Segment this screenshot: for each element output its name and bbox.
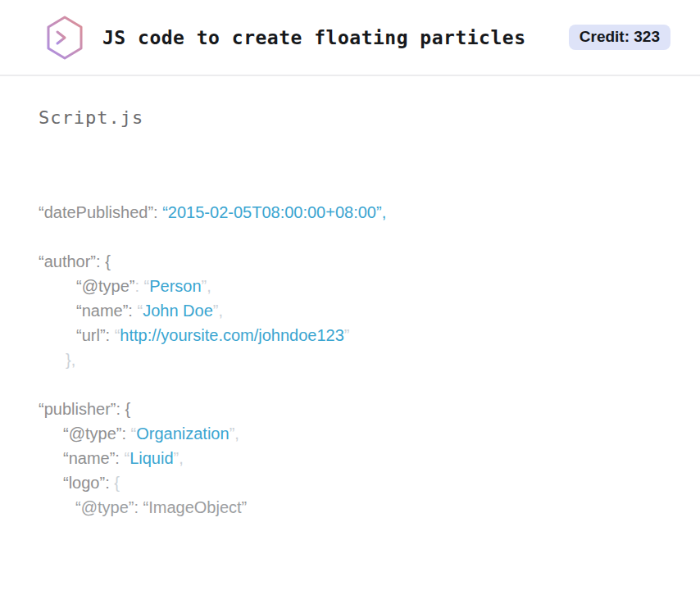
code-segment: “author”: { [39, 252, 111, 270]
code-segment: “name”: [76, 302, 137, 320]
code-segment: “2015-02-05T08:00:00+08:00”, [162, 203, 386, 221]
code-segment: { [114, 474, 120, 492]
code-segment: Liquid [130, 449, 173, 467]
code-segment: “logo”: [63, 474, 114, 492]
code-line: “datePublished”: “2015-02-05T08:00:00+08… [39, 200, 661, 225]
code-line: “publisher”: { [39, 397, 661, 421]
code-segment: “name”: [63, 449, 124, 467]
code-blank-line [39, 225, 661, 249]
code-segment: }, [66, 351, 75, 369]
code-output: “datePublished”: “2015-02-05T08:00:00+08… [39, 151, 661, 569]
code-line: “@type”: “ImageObject” [39, 495, 661, 520]
code-segment: Organization [136, 425, 229, 443]
terminal-prompt-hexagon-icon [45, 15, 84, 61]
code-line: }, [39, 347, 661, 372]
code-segment: Person [149, 277, 201, 295]
code-segment: “@type”: [63, 425, 131, 443]
code-segment: “url”: [76, 326, 115, 344]
code-segment: ”, [202, 277, 211, 295]
code-segment: John Doe [143, 302, 213, 320]
code-segment: “@type” [76, 277, 134, 295]
code-blank-line [39, 372, 661, 397]
code-segment: “datePublished”: [39, 203, 162, 221]
code-line: “logo”: { [39, 470, 661, 495]
code-line: “@type”: “Organization”, [39, 421, 661, 446]
code-line: “url”: “http://yoursite.com/johndoe123” [39, 323, 661, 347]
credit-badge: Credit: 323 [569, 25, 670, 50]
code-segment: ”, [174, 449, 184, 467]
page-title: JS code to create floating particles [102, 27, 526, 48]
code-line: “author”: { [39, 249, 661, 274]
file-name-heading: Script.js [39, 107, 661, 128]
code-segment: ”, [230, 425, 239, 443]
code-line: “@type”: “Person”, [39, 274, 661, 298]
code-segment: http://yoursite.com/johndoe123 [120, 326, 344, 344]
header: JS code to create floating particles Cre… [0, 0, 700, 76]
code-segment: : “ [134, 277, 149, 295]
code-line: “name”: “John Doe”, [39, 298, 661, 323]
code-line: “name”: “Liquid”, [39, 446, 661, 470]
code-segment: ”, [213, 302, 223, 320]
code-segment: “publisher”: { [39, 400, 130, 418]
code-segment: ” [344, 326, 350, 344]
code-segment: “@type”: “ImageObject” [75, 498, 247, 516]
code-lines: “datePublished”: “2015-02-05T08:00:00+08… [39, 200, 661, 520]
main-content: Script.js “datePublished”: “2015-02-05T0… [0, 107, 700, 569]
